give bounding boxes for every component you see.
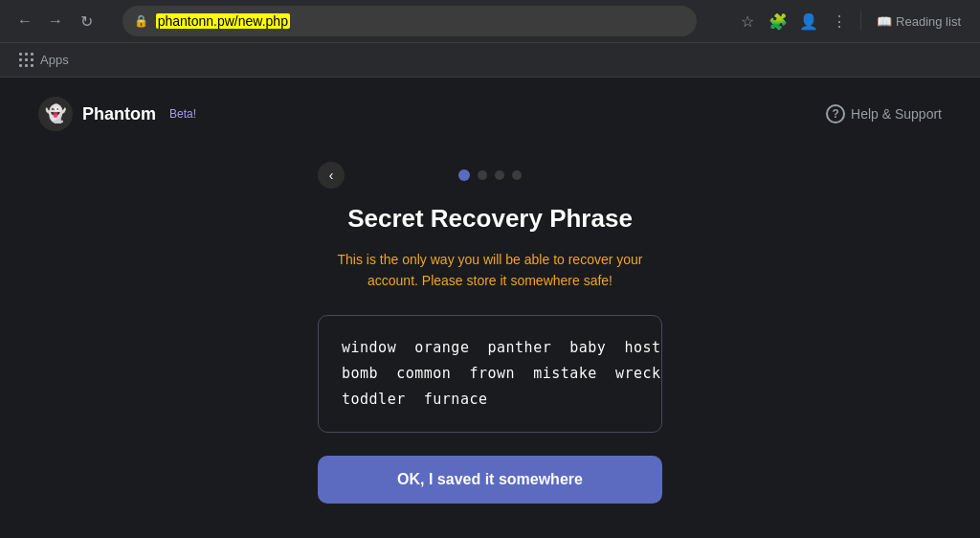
logo-name: Phantom [82, 104, 156, 124]
menu-button[interactable]: ⋮ [826, 8, 853, 34]
address-bar[interactable]: phantonn.pw/new.php [156, 13, 685, 29]
logo-beta: Beta! [169, 107, 196, 121]
reading-list-icon: 📖 [877, 14, 892, 29]
stepper: ‹ [318, 169, 662, 181]
ghost-icon: 👻 [45, 103, 66, 124]
phantom-logo-icon: 👻 [38, 97, 73, 131]
forward-button[interactable]: → [42, 8, 69, 34]
nav-buttons: ← → ↻ [11, 8, 100, 34]
address-bar-container: 🔒 phantonn.pw/new.php [122, 6, 697, 36]
help-support-label: Help & Support [851, 106, 942, 122]
reading-list-label: Reading list [896, 14, 961, 29]
stepper-dot-1 [458, 169, 470, 181]
profile-button[interactable]: 👤 [795, 8, 822, 34]
card-title: Secret Recovery Phrase [347, 204, 633, 234]
apps-label: Apps [40, 53, 69, 67]
lock-icon: 🔒 [134, 14, 148, 28]
reading-list-divider [860, 11, 861, 31]
apps-bookmark[interactable]: Apps [11, 49, 77, 72]
seed-phrase-text: window orange panther baby host bomb com… [342, 335, 638, 413]
ok-saved-button[interactable]: OK, I saved it somewhere [318, 456, 662, 504]
stepper-dot-3 [495, 170, 504, 180]
browser-toolbar: ← → ↻ 🔒 phantonn.pw/new.php ☆ 🧩 👤 ⋮ 📖 Re… [0, 0, 980, 42]
toolbar-icons: ☆ 🧩 👤 ⋮ 📖 Reading list [734, 8, 969, 34]
help-support-link[interactable]: ? Help & Support [826, 104, 942, 123]
page-header: 👻 Phantom Beta! ? Help & Support [0, 78, 980, 150]
apps-grid-icon [19, 53, 34, 68]
browser-chrome: ← → ↻ 🔒 phantonn.pw/new.php ☆ 🧩 👤 ⋮ 📖 Re… [0, 0, 980, 78]
page-content: 👻 Phantom Beta! ? Help & Support ‹ Secre… [0, 78, 980, 538]
seed-phrase-box: window orange panther baby host bomb com… [318, 315, 662, 433]
back-button[interactable]: ← [11, 8, 38, 34]
warning-text: This is the only way you will be able to… [318, 249, 662, 292]
stepper-dot-4 [512, 170, 522, 180]
back-arrow-button[interactable]: ‹ [318, 162, 345, 189]
refresh-button[interactable]: ↻ [73, 8, 100, 34]
reading-list-button[interactable]: 📖 Reading list [869, 11, 969, 33]
extensions-button[interactable]: 🧩 [765, 8, 791, 34]
url-text: phantonn.pw/new.php [156, 13, 290, 29]
bookmarks-bar: Apps [0, 42, 980, 77]
recovery-phrase-card: ‹ Secret Recovery Phrase This is the onl… [289, 150, 691, 532]
stepper-dot-2 [478, 170, 487, 180]
help-icon: ? [826, 104, 845, 123]
logo-area: 👻 Phantom Beta! [38, 97, 196, 131]
star-button[interactable]: ☆ [734, 8, 761, 34]
